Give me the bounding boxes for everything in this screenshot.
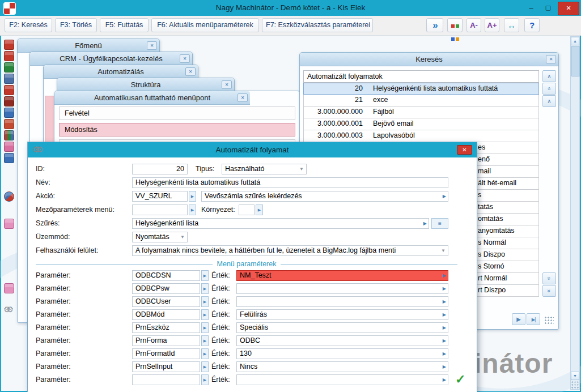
param-picker-button[interactable]: ▶ <box>201 335 209 346</box>
menu-item-felvetel[interactable]: Felvétel <box>59 106 295 120</box>
tipus-dropdown[interactable]: Használható▼ <box>222 164 307 174</box>
param-value-field[interactable]: 130▶ <box>236 348 448 359</box>
search-row[interactable]: 3.000.000.001Bejövő email <box>303 118 539 130</box>
akcio-picker-button[interactable]: ▶ <box>189 191 196 202</box>
param-name-field[interactable]: PrnSelInput <box>132 361 200 372</box>
main-scrollbar[interactable]: ▲ ▼ <box>570 36 580 390</box>
close-icon[interactable]: ✕ <box>222 80 232 89</box>
akcio-code-field[interactable]: VV_SZURL <box>132 191 188 202</box>
confirm-check-icon[interactable]: ✓ <box>455 372 465 387</box>
window-titlebar[interactable]: Főmenü ✕ <box>18 39 159 53</box>
nav-pageup-button[interactable]: » <box>542 83 556 95</box>
param-name-field[interactable]: ODBCUser <box>132 296 200 307</box>
sidebar-icon-8[interactable] <box>4 119 14 129</box>
param-value-field[interactable]: ▶ <box>236 296 448 307</box>
param-value-field-selected[interactable]: NM_Teszt▶ <box>236 270 448 281</box>
mezo-field[interactable] <box>132 204 188 215</box>
nav-top-button[interactable]: ∧ <box>542 95 556 107</box>
help-button[interactable]: ? <box>524 18 540 32</box>
param-name-field[interactable] <box>132 374 200 385</box>
scroll-down-button[interactable]: ▼ <box>571 372 579 380</box>
close-icon[interactable]: ✕ <box>185 67 196 76</box>
param-value-field[interactable]: Speciális▶ <box>236 322 448 333</box>
close-icon[interactable]: ✕ <box>180 54 190 63</box>
expand-toolbar-button[interactable]: » <box>426 18 443 32</box>
window-titlebar[interactable]: Automatikusan futtatható menüpont ✕ <box>54 91 250 105</box>
sidebar-icon-2[interactable] <box>4 51 14 61</box>
param-value-field[interactable]: ODBC▶ <box>236 335 448 346</box>
nav-bottom-button[interactable]: » <box>542 285 556 297</box>
kornyezet-field[interactable] <box>239 204 255 215</box>
param-name-field[interactable]: PrnForma <box>132 335 200 346</box>
sidebar-gears-icon[interactable]: ⚙⚙ <box>3 305 10 314</box>
szures-field[interactable]: Helységenkénti lista▶ <box>132 218 429 229</box>
param-picker-button[interactable]: ▶ <box>201 309 209 320</box>
param-picker-button[interactable]: ▶ <box>201 296 209 307</box>
search-row[interactable]: 3.000.000.000Fájlból <box>303 106 539 118</box>
sidebar-globe-icon[interactable] <box>4 191 14 202</box>
param-name-field[interactable]: ODBCPsw <box>132 283 200 294</box>
sidebar-icon-7[interactable] <box>4 108 14 118</box>
param-value-field[interactable]: Felülírás▶ <box>236 309 448 320</box>
font-decrease-button[interactable]: A- <box>467 18 481 32</box>
nav-next-button[interactable]: ▶ <box>512 313 525 325</box>
param-picker-button[interactable]: ▶ <box>201 361 209 372</box>
menu-item-modositas[interactable]: Módosítás <box>59 123 295 137</box>
sidebar-icon-3[interactable] <box>4 62 14 73</box>
nav-up-button[interactable]: ∧ <box>542 70 556 82</box>
uzemmod-dropdown[interactable]: Nyomtatás▼ <box>132 232 188 242</box>
window-titlebar[interactable]: CRM - Ügyfélkapcsolat-kezelés ✕ <box>30 52 192 66</box>
sidebar-cube-icon-2[interactable] <box>4 283 14 293</box>
font-increase-button[interactable]: A+ <box>485 18 499 32</box>
scroll-up-button[interactable]: ▲ <box>571 37 579 45</box>
search-row[interactable]: 3.000.000.003Lapolvasóból <box>303 130 539 142</box>
search-titlebar[interactable]: Keresés ✕ <box>300 53 558 66</box>
mezo-picker-button[interactable]: ▶ <box>189 204 196 215</box>
palette-button[interactable] <box>447 18 463 32</box>
param-picker-button[interactable]: ▶ <box>201 374 209 385</box>
kornyezet-picker-button[interactable]: ▶ <box>256 204 263 215</box>
param-picker-button[interactable]: ▶ <box>201 348 209 359</box>
sidebar-icon-6[interactable] <box>4 96 14 106</box>
param-value-field[interactable]: ▶ <box>236 374 448 385</box>
resize-grip[interactable] <box>544 316 554 325</box>
felhasznaloi-dropdown[interactable]: A folyamatnak nincs bevitele, a háttérbe… <box>132 245 448 256</box>
f6-menu-params-button[interactable]: F6: Aktuális menüparaméterek <box>151 18 259 32</box>
close-button[interactable]: ✕ <box>558 2 579 15</box>
param-name-field[interactable]: PrnFormatId <box>132 348 200 359</box>
window-titlebar[interactable]: Automatizálás ✕ <box>44 65 198 79</box>
scrollbar-thumb[interactable] <box>571 46 580 76</box>
param-picker-button[interactable]: ▶ <box>201 322 209 333</box>
param-picker-button[interactable]: ▶ <box>201 283 209 294</box>
sidebar-icon-5[interactable] <box>4 85 14 95</box>
close-icon[interactable]: ✕ <box>147 41 157 50</box>
nav-pagedown-button[interactable]: » <box>542 272 556 284</box>
maximize-button[interactable]: ▢ <box>541 2 555 14</box>
titlebar[interactable]: Nagy Machinátor - Demó kötet - a - Kis E… <box>0 0 581 16</box>
szures-list-button[interactable]: ≡ <box>431 218 448 229</box>
window-resize-grip[interactable] <box>570 380 580 389</box>
f5-run-button[interactable]: F5: Futtatás <box>100 18 149 32</box>
minimize-button[interactable]: – <box>524 2 538 14</box>
dialog-close-button[interactable]: ✕ <box>457 145 472 155</box>
search-row[interactable]: 20Helységenkénti lista automatikus futta… <box>303 83 539 95</box>
close-icon[interactable]: ✕ <box>238 93 248 102</box>
sidebar-cube-icon[interactable] <box>4 219 14 229</box>
param-picker-button[interactable]: ▶ <box>201 270 209 281</box>
sidebar-icon-9[interactable] <box>4 130 14 140</box>
swap-arrows-button[interactable]: ↔ <box>504 18 519 32</box>
param-name-field[interactable]: PrnEszköz <box>132 322 200 333</box>
close-icon[interactable]: ✕ <box>546 55 556 63</box>
f2-search-button[interactable]: F2: Keresés <box>5 18 52 32</box>
id-field[interactable]: 20 <box>132 164 188 174</box>
param-value-field[interactable]: Nincs▶ <box>236 361 448 372</box>
search-row[interactable]: 21exce <box>303 95 539 106</box>
sidebar-icon-1[interactable] <box>4 40 14 50</box>
window-titlebar[interactable]: Struktúra ✕ <box>57 78 234 92</box>
f3-delete-button[interactable]: F3: Törlés <box>55 18 97 32</box>
f7-device-params-button[interactable]: F7: Eszközválasztás paraméterei <box>262 18 373 32</box>
sidebar-icon-10[interactable] <box>4 142 14 152</box>
dialog-titlebar[interactable]: ⚙⚙ Automatizált folyamat ✕ <box>28 142 477 157</box>
param-value-field[interactable]: ▶ <box>236 283 448 294</box>
sidebar-icon-11[interactable] <box>4 153 14 163</box>
